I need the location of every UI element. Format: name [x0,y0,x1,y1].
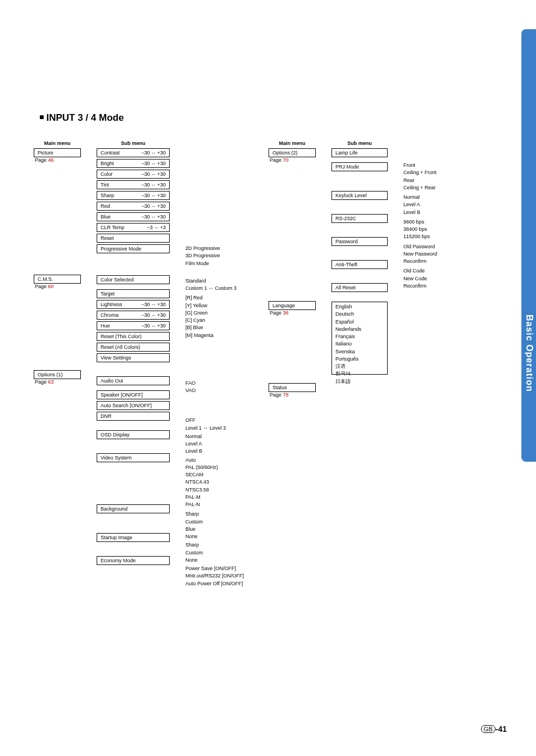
opt-baud-115200: 115200 bps [403,233,460,240]
sub-hue: Hue−30 ↔ +30 [97,321,170,330]
sub-keylock: Keylock Level [331,191,388,200]
prjmode-options: Front Ceiling + Front Rear Ceiling + Rea… [403,162,460,192]
sub-viewsettings: View Settings [97,353,170,362]
main-options2: Options (2) [269,148,316,157]
opt-mntrout: Mntr.out/RS232 [ON/OFF] [185,572,253,580]
sub-contrast: Contrast−30 ↔ +30 [97,148,170,157]
col-header-submenu-left: Sub menu [97,140,170,146]
sub-sharp: Sharp−30 ↔ +30 [97,191,170,200]
opt-prj-rear: Rear [403,177,460,184]
opt-startup-sharp: Sharp [185,541,253,549]
sub-antitheft: Anti-Theft [331,260,388,269]
opt-code-reconfirm: Reconfirm [403,283,460,290]
audioout-options: FAO VAO [185,380,253,395]
opt-bg-sharp: Sharp [185,511,253,518]
sub-target: Target [97,289,170,298]
options2-submenu: Lamp Life PRJ Mode Keylock Level RS-232C… [331,148,388,294]
sub-blue: Blue−30 ↔ +30 [97,212,170,221]
picture-submenu: Contrast−30 ↔ +30 Bright−30 ↔ +30 Color−… [97,148,170,255]
lang-english: English [335,303,384,311]
main-options1: Options (1) [34,370,81,379]
opt-target-r: [R] Red [185,294,253,302]
page-ref-options2: Page 70 [269,157,316,163]
opt-autopoweroff: Auto Power Off [ON/OFF] [185,580,253,588]
opt-video-paln: PAL-N [185,501,253,508]
lang-korean: 한국어 [335,370,384,377]
opt-pwd-reconfirm: Reconfirm [403,258,460,265]
sub-colorselected: Color Selected [97,275,170,284]
opt-code-new: New Code [403,275,460,283]
main-language: Language [269,301,316,310]
rs232c-options: 9600 bps 38400 bps 115200 bps [403,218,460,241]
opt-osd-normal: Normal [185,433,253,440]
language-options: English Deutsch Español Nederlands Franç… [331,302,388,375]
sub-videosystem: Video System [97,453,170,462]
page-footer: GB-41 [481,725,507,734]
opt-target-c: [C] Cyan [185,317,253,324]
region-badge: GB [481,725,496,733]
lang-espanol: Español [335,318,384,326]
sub-audioout: Audio Out [97,376,170,385]
lang-nederlands: Nederlands [335,326,384,333]
opt-video-secam: SECAM [185,471,253,479]
opt-powersave: Power Save [ON/OFF] [185,565,253,572]
main-cms: C.M.S. [34,275,81,284]
opt-3d-progressive: 3D Progressive [185,252,253,259]
page-ref-status: Page 78 [269,392,316,398]
progressive-options: 2D Progressive 3D Progressive Film Mode [185,245,253,267]
opt-startup-custom: Custom [185,549,253,557]
opt-pwd-old: Old Password [403,243,460,251]
keylock-options: Normal Level A Level B [403,194,460,216]
main-status: Status [269,383,316,392]
sub-lightness: Lightness−30 ↔ +30 [97,300,170,309]
lang-italiano: Italiano [335,340,384,348]
sub-password: Password [331,237,388,246]
dnr-options: OFF Level 1 ↔ Level 3 [185,417,253,432]
opt-video-auto: Auto [185,457,253,464]
opt-keylock-b: Level B [403,209,460,216]
page-ref-options1: Page 63 [34,379,81,385]
sub-allreset: All Reset [331,283,388,292]
opt-osd-levelb: Level B [185,448,253,455]
sub-chroma: Chroma−30 ↔ +30 [97,311,170,320]
opt-video-palm: PAL-M [185,494,253,501]
opt-prj-ceilfront: Ceiling + Front [403,169,460,176]
opt-baud-38400: 38400 bps [403,226,460,233]
opt-prj-ceilrear: Ceiling + Rear [403,184,460,192]
osd-options: Normal Level A Level B [185,433,253,456]
opt-code-old: Old Code [403,267,460,275]
opt-fao: FAO [185,380,253,387]
economy-options: Power Save [ON/OFF] Mntr.out/RS232 [ON/O… [185,565,253,588]
lang-deutsch: Deutsch [335,311,384,318]
options1-submenu: Audio Out Speaker [ON/OFF] Auto Search [… [97,376,170,567]
antitheft-options: Old Code New Code Reconfirm [403,267,460,290]
opt-bg-blue: Blue [185,526,253,533]
col-header-mainmenu-left: Main menu [34,140,81,146]
sub-prjmode: PRJ Mode [331,162,388,171]
page-ref-cms: Page 60 [34,284,81,289]
lang-japanese: 日本語 [335,378,384,385]
opt-osd-levela: Level A [185,440,253,448]
background-options: Sharp Custom Blue None [185,511,253,540]
target-options: [R] Red [Y] Yellow [G] Green [C] Cyan [B… [185,294,253,339]
opt-prj-front: Front [403,162,460,169]
opt-film-mode: Film Mode [185,260,253,267]
opt-startup-none: None [185,557,253,564]
sub-clrtemp: CLR Temp−3 ↔ +3 [97,223,170,232]
sub-resetall: Reset (All Colors) [97,343,170,352]
menu-diagram: Main menu Picture Page 46 C.M.S. Page 60… [34,140,502,588]
video-options: Auto PAL (50/60Hz) SECAM NTSC4.43 NTSC3.… [185,457,253,509]
opt-keylock-normal: Normal [403,194,460,201]
sub-bright: Bright−30 ↔ +30 [97,159,170,168]
page-ref-picture: Page 46 [34,157,81,163]
bullet-icon: ■ [39,112,44,121]
sub-osd: OSD Display [97,430,170,439]
col-header-submenu-right: Sub menu [331,140,388,146]
opt-target-b: [B] Blue [185,324,253,331]
sub-dnr: DNR [97,412,170,421]
page-ref-language: Page 36 [269,310,316,316]
opt-pwd-new: New Password [403,251,460,258]
opt-vao: VAO [185,387,253,394]
lang-svenska: Svenska [335,348,384,356]
sub-red: Red−30 ↔ +30 [97,202,170,211]
